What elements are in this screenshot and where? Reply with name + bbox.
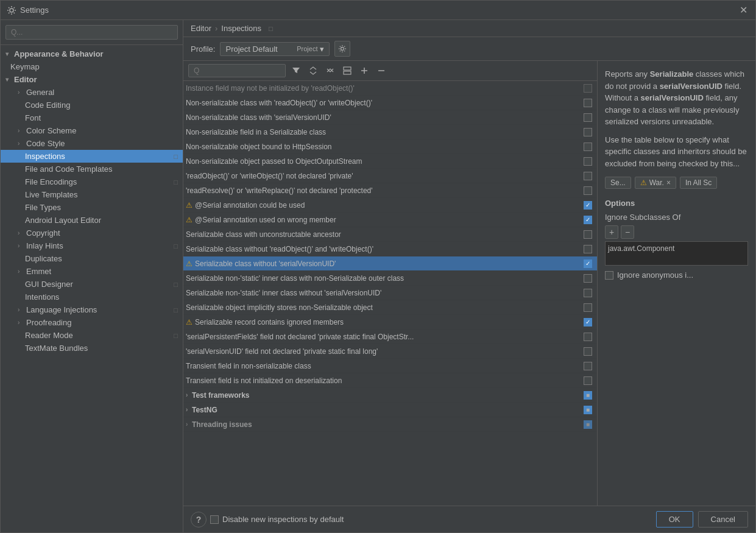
inspection-checkbox[interactable]: ✓ [584,201,592,210]
chevron-right-icon: › [186,392,192,398]
table-row-group[interactable]: › Test frameworks ■ [183,388,597,403]
sidebar-item-intentions[interactable]: Intentions [1,291,183,303]
inspection-checkbox[interactable] [584,186,592,195]
table-row[interactable]: 'serialPersistentFields' field not decla… [183,330,597,344]
ok-button[interactable]: OK [656,511,693,528]
inspection-checkbox[interactable] [584,113,592,122]
table-row[interactable]: Transient field is not initialized on de… [183,373,597,388]
help-button[interactable]: ? [191,512,207,528]
sidebar-item-duplicates[interactable]: Duplicates [1,252,183,265]
inspection-checkbox[interactable]: ■ [584,420,592,429]
sidebar-item-inlay-hints[interactable]: › Inlay Hints □ [1,239,183,252]
cancel-button[interactable]: Cancel [698,511,748,528]
sidebar-item-language-injections[interactable]: › Language Injections □ [1,303,183,316]
inspection-checkbox[interactable]: ■ [584,391,592,400]
scope-button[interactable]: Se... [605,177,631,189]
inspection-checkbox[interactable] [584,143,592,151]
collapse-all-icon[interactable] [323,64,337,77]
table-row[interactable]: Transient field in non-serializable clas… [183,359,597,373]
sidebar-item-textmate-bundles[interactable]: TextMate Bundles [1,342,183,355]
inspection-checkbox[interactable] [584,303,592,312]
sidebar-item-android-layout[interactable]: Android Layout Editor [1,214,183,227]
inspection-checkbox[interactable] [584,84,592,93]
pin-icon: □ [174,281,178,288]
inspection-checkbox[interactable] [584,99,592,107]
table-row-group[interactable]: › Threading issues ■ [183,417,597,432]
table-row[interactable]: 'readResolve()' or 'writeReplace()' not … [183,183,597,198]
inspection-checkbox[interactable] [584,230,592,239]
inspection-checkbox[interactable]: ■ [584,406,592,414]
sidebar-item-keymap[interactable]: Keymap [1,60,183,73]
remove-subclass-button[interactable]: − [621,225,634,239]
warning-icon: ⚠ [186,259,193,268]
table-row[interactable]: Serializable non-'static' inner class wi… [183,271,597,286]
inspections-search-input[interactable] [188,64,286,77]
scope-selector-button[interactable]: In All Sc [680,177,717,189]
warning-level-button[interactable]: ⚠ War. × [635,177,676,189]
sidebar-item-appearance[interactable]: ▾ Appearance & Behavior [1,48,183,60]
sidebar-item-code-style[interactable]: › Code Style [1,137,183,150]
svg-rect-2 [344,67,351,70]
sidebar-item-editor-group[interactable]: ▾ Editor [1,73,183,86]
table-row[interactable]: 'readObject()' or 'writeObject()' not de… [183,169,597,183]
subclass-item[interactable]: java.awt.Component [608,244,674,253]
sidebar-item-copyright[interactable]: › Copyright [1,227,183,239]
profile-selector[interactable]: Project Default Project ▾ [220,42,330,56]
inspection-checkbox[interactable] [584,274,592,283]
inspection-checkbox[interactable] [584,157,592,166]
table-row[interactable]: Non-serializable object bound to HttpSes… [183,139,597,154]
add-subclass-button[interactable]: + [605,225,618,239]
table-row[interactable]: ⚠ Serializable record contains ignored m… [183,315,597,330]
sidebar-item-reader-mode[interactable]: Reader Mode □ [1,329,183,342]
table-row[interactable]: Serializable non-'static' inner class wi… [183,286,597,300]
table-row[interactable]: ⚠ @Serial annotation used on wrong membe… [183,213,597,227]
sidebar-item-code-editing[interactable]: Code Editing [1,99,183,111]
table-row[interactable]: 'serialVersionUID' field not declared 'p… [183,344,597,359]
inspection-checkbox[interactable] [584,128,592,136]
inspection-checkbox[interactable] [584,333,592,341]
add-icon[interactable] [358,64,371,77]
table-row[interactable]: Non-serializable class with 'readObject(… [183,96,597,110]
ignore-anon-checkbox[interactable] [605,271,613,280]
table-row[interactable]: Serializable class with unconstructable … [183,227,597,242]
sidebar-item-file-types[interactable]: File Types [1,201,183,214]
table-row-group[interactable]: › TestNG ■ [183,403,597,417]
close-button[interactable]: ✕ [737,4,749,16]
sidebar-item-gui-designer[interactable]: GUI Designer □ [1,278,183,291]
sidebar-item-live-templates[interactable]: Live Templates [1,188,183,201]
table-row[interactable]: Instance field may not be initialized by… [183,81,597,96]
table-row[interactable]: ⚠ @Serial annotation could be used ✓ [183,198,597,213]
inspection-checkbox[interactable] [584,362,592,370]
sidebar-item-general[interactable]: › General [1,86,183,99]
table-row[interactable]: ⚠ Serializable class without 'serialVers… [183,256,597,271]
sidebar-item-file-encodings[interactable]: File Encodings □ [1,175,183,188]
table-row[interactable]: Serializable object implicitly stores no… [183,300,597,315]
filter-icon[interactable] [289,64,303,77]
gear-button[interactable] [334,41,350,57]
inspection-checkbox[interactable] [584,289,592,297]
inspection-checkbox[interactable]: ✓ [584,259,592,268]
table-row[interactable]: Non-serializable object passed to Object… [183,154,597,169]
sidebar-item-font[interactable]: Font [1,111,183,124]
sidebar-item-proofreading[interactable]: › Proofreading [1,316,183,329]
breadcrumb-pin-icon: □ [269,25,273,32]
disable-new-inspections-checkbox[interactable] [210,515,219,524]
sidebar-item-color-scheme[interactable]: › Color Scheme [1,124,183,137]
inspection-checkbox[interactable] [584,376,592,385]
table-row[interactable]: Non-serializable class with 'serialVersi… [183,110,597,125]
inspection-checkbox[interactable] [584,245,592,253]
expand-all-icon[interactable] [306,64,320,77]
sidebar-item-inspections[interactable]: Inspections □ [1,150,183,163]
table-row[interactable]: Non-serializable field in a Serializable… [183,125,597,139]
inspection-checkbox[interactable]: ✓ [584,216,592,224]
table-row[interactable]: Serializable class without 'readObject()… [183,242,597,256]
layout-icon[interactable] [341,64,354,77]
sidebar-item-emmet[interactable]: › Emmet [1,265,183,278]
remove-icon[interactable] [375,64,388,77]
sidebar-search-input[interactable] [5,25,178,40]
ignore-anon-label: Ignore anonymous i... [617,270,693,280]
sidebar-item-file-code-templates[interactable]: File and Code Templates [1,163,183,175]
inspection-checkbox[interactable]: ✓ [584,318,592,327]
inspection-checkbox[interactable] [584,172,592,180]
inspection-checkbox[interactable] [584,347,592,356]
